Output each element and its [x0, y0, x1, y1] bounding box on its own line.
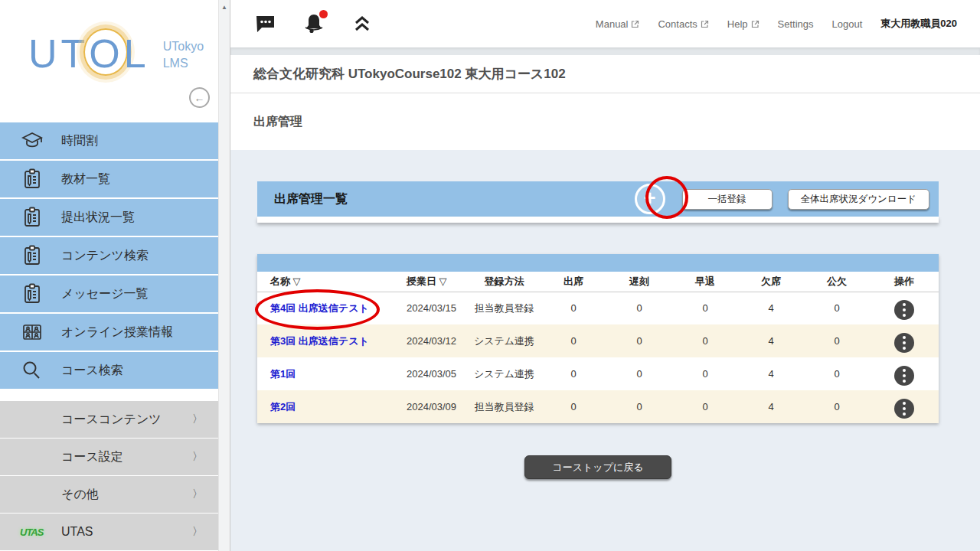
excused-count: 0 — [804, 324, 870, 357]
sidebar-item-content-search[interactable]: コンテンツ検索 — [0, 237, 218, 274]
settings-link[interactable]: Settings — [778, 18, 814, 30]
left-arrow-icon: ← — [194, 92, 205, 104]
sidebar-item-course-search[interactable]: コース検索 — [0, 352, 218, 389]
chevron-right-icon: 〉 — [192, 487, 203, 501]
sidebar-item-label: 時間割 — [61, 133, 98, 149]
add-attendance-button[interactable]: + — [635, 184, 665, 214]
notifications-bell-icon[interactable] — [302, 12, 326, 35]
table-row: 第4回 出席送信テスト 2024/03/15 担当教員登録 0 0 0 4 0 — [257, 292, 939, 324]
early-leave-count: 0 — [672, 292, 738, 324]
row-actions-menu-icon[interactable] — [894, 399, 914, 419]
excused-count: 0 — [804, 292, 870, 324]
row-actions-menu-icon[interactable] — [894, 300, 914, 320]
sidebar-group-course-settings[interactable]: コース設定 〉 — [0, 439, 218, 475]
page-title: 出席管理 — [253, 114, 302, 130]
back-to-course-top-button[interactable]: コーストップに戻る — [524, 455, 671, 479]
present-count: 0 — [541, 357, 606, 390]
registration-method: 担当教員登録 — [468, 292, 541, 324]
sidebar-scrollbar[interactable]: ▲ — [218, 0, 230, 551]
download-attendance-button[interactable]: 全体出席状況ダウンロード — [788, 189, 929, 210]
sidebar-menu: 時間割 教材一覧 提出状況一覧 — [0, 122, 218, 390]
attendance-record-link[interactable]: 第3回 出席送信テスト — [270, 335, 369, 347]
help-link[interactable]: Help — [727, 18, 760, 30]
clipboard-icon — [20, 167, 61, 191]
sidebar-group-utas[interactable]: UTAS UTAS 〉 — [0, 514, 218, 550]
utol-logo-text: U T O L — [28, 34, 149, 73]
late-count: 0 — [606, 324, 672, 357]
column-header-early-leave: 早退 — [672, 272, 738, 292]
chevron-right-icon: 〉 — [192, 412, 203, 426]
sidebar-item-online-class-info[interactable]: オンライン授業情報 — [0, 314, 218, 350]
main-area: Manual Contacts Help Settings — [230, 0, 980, 551]
sidebar-item-label: コース検索 — [61, 363, 123, 379]
row-actions-menu-icon[interactable] — [894, 366, 914, 386]
sidebar-item-materials[interactable]: 教材一覧 — [0, 161, 218, 197]
sidebar-item-timetable[interactable]: 時間割 — [0, 122, 218, 159]
clipboard-icon — [20, 205, 61, 230]
column-header-method: 登録方法 — [468, 272, 541, 292]
absent-count: 4 — [738, 324, 804, 357]
toolbar-divider — [230, 47, 980, 55]
column-header-date[interactable]: 授業日 ▽ — [395, 272, 468, 292]
attendance-record-link[interactable]: 第4回 出席送信テスト — [270, 302, 369, 314]
course-title-band: 総合文化研究科 UTokyoCourse102 東大用コース102 — [230, 55, 980, 93]
sidebar-item-submission-status[interactable]: 提出状況一覧 — [0, 199, 218, 236]
sidebar-groups: コースコンテンツ 〉 コース設定 〉 その他 〉 UTAS UTAS 〉 — [0, 401, 218, 551]
utol-logo: U T O L UTokyo LMS — [28, 34, 204, 73]
sidebar-item-label: メッセージ一覧 — [61, 286, 149, 302]
sidebar-group-course-contents[interactable]: コースコンテンツ 〉 — [0, 401, 218, 438]
chevron-right-icon: 〉 — [192, 450, 203, 464]
column-header-absent: 欠席 — [738, 272, 804, 292]
contacts-link[interactable]: Contacts — [658, 18, 708, 30]
present-count: 0 — [541, 292, 606, 324]
class-date: 2024/03/09 — [395, 390, 468, 423]
clipboard-icon — [20, 243, 61, 268]
panel-title: 出席管理一覧 — [274, 191, 348, 207]
attendance-record-link[interactable]: 第2回 — [270, 401, 296, 412]
collapse-topbar-icon[interactable] — [352, 14, 372, 34]
messages-icon[interactable] — [255, 15, 276, 34]
late-count: 0 — [606, 292, 672, 324]
graduation-cap-icon — [20, 129, 61, 153]
table-header-row: 名称 ▽ 授業日 ▽ 登録方法 出席 遅刻 早退 欠席 公欠 操作 — [257, 272, 939, 292]
manual-link[interactable]: Manual — [596, 18, 640, 30]
registration-method: システム連携 — [468, 324, 541, 357]
table-header-bar — [257, 254, 939, 272]
logout-link[interactable]: Logout — [832, 18, 863, 30]
content-area: 出席管理一覧 + 一括登録 全体出席状況ダウンロード 名称 ▽ 授業日 ▽ 登録… — [230, 150, 980, 455]
sidebar-group-label: その他 — [61, 487, 99, 503]
column-header-late: 遅刻 — [606, 272, 672, 292]
late-count: 0 — [606, 390, 672, 423]
attendance-record-link[interactable]: 第1回 — [270, 368, 296, 380]
table-row: 第3回 出席送信テスト 2024/03/12 システム連携 0 0 0 4 0 — [257, 324, 939, 357]
scroll-up-arrow-icon[interactable]: ▲ — [219, 0, 230, 11]
row-actions-menu-icon[interactable] — [894, 333, 914, 353]
external-link-icon — [751, 20, 760, 28]
late-count: 0 — [606, 357, 672, 390]
external-link-icon — [701, 20, 709, 28]
early-leave-count: 0 — [672, 390, 738, 423]
sidebar-item-messages[interactable]: メッセージ一覧 — [0, 276, 218, 312]
excused-count: 0 — [804, 357, 870, 390]
external-link-icon — [631, 20, 639, 28]
online-class-icon — [20, 320, 61, 344]
sidebar-group-others[interactable]: その他 〉 — [0, 476, 218, 513]
logo-letter-ring: O — [88, 34, 122, 73]
sidebar-collapse-button[interactable]: ← — [189, 87, 210, 108]
class-date: 2024/03/05 — [395, 357, 468, 390]
bulk-register-button[interactable]: 一括登録 — [682, 189, 773, 210]
column-header-present: 出席 — [541, 272, 606, 292]
column-header-excused: 公欠 — [804, 272, 870, 292]
attendance-table: 名称 ▽ 授業日 ▽ 登録方法 出席 遅刻 早退 欠席 公欠 操作 第4回 出席… — [257, 254, 939, 423]
sidebar-item-label: 提出状況一覧 — [61, 210, 135, 226]
absent-count: 4 — [738, 292, 804, 324]
absent-count: 4 — [738, 390, 804, 423]
registration-method: システム連携 — [468, 357, 541, 390]
table-row: 第1回 2024/03/05 システム連携 0 0 0 4 0 — [257, 357, 939, 390]
excused-count: 0 — [804, 390, 870, 423]
column-header-name[interactable]: 名称 ▽ — [257, 272, 395, 292]
course-title: 総合文化研究科 UTokyoCourse102 東大用コース102 — [253, 65, 566, 83]
sidebar-item-label: 教材一覧 — [61, 171, 110, 187]
logo-letter: L — [123, 34, 149, 73]
attendance-panel-header: 出席管理一覧 + 一括登録 全体出席状況ダウンロード — [257, 181, 939, 217]
